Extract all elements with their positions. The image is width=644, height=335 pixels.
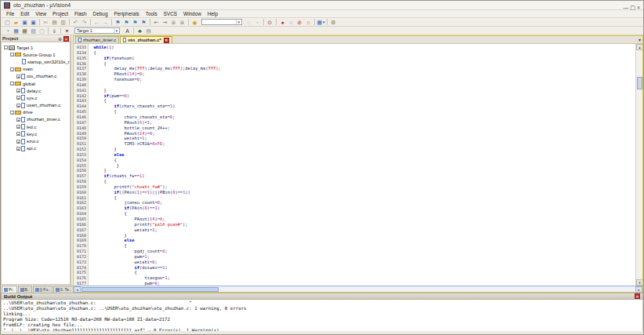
scroll-left-icon[interactable]: ◄ bbox=[74, 286, 81, 293]
panel-tab-templates[interactable]: 0. Te.. bbox=[53, 286, 74, 293]
disable-breakpoint-icon[interactable]: ○ bbox=[287, 19, 295, 26]
pack-installer-icon[interactable]: ▤ bbox=[144, 27, 153, 35]
expand-icon[interactable]: + bbox=[16, 125, 20, 129]
code-editor[interactable]: while(1) { if(fanshuan) { delay_ms(???);… bbox=[89, 44, 635, 286]
minimize-button[interactable]: — bbox=[623, 5, 628, 10]
collapse-icon[interactable]: - bbox=[4, 46, 8, 49]
menu-edit[interactable]: Edit bbox=[17, 11, 32, 16]
close-button[interactable]: × bbox=[637, 5, 640, 10]
collapse-icon[interactable]: - bbox=[10, 82, 14, 86]
build-output-close-icon[interactable]: × bbox=[635, 293, 640, 299]
save-all-icon[interactable]: ▣ bbox=[29, 19, 38, 26]
indent-icon[interactable]: ⇥ bbox=[161, 19, 169, 26]
navigate-forward-icon[interactable]: → bbox=[101, 19, 110, 26]
expand-icon[interactable]: + bbox=[16, 132, 20, 136]
tree-item-main[interactable]: -main bbox=[2, 66, 70, 73]
navigate-back-icon[interactable]: ← bbox=[92, 19, 101, 26]
new-file-icon[interactable]: ▢ bbox=[3, 19, 12, 26]
toggle-bookmark-icon[interactable]: ⚑ bbox=[114, 19, 122, 26]
tree-item-led-c[interactable]: +led.c bbox=[2, 123, 70, 130]
panel-tab-books[interactable]: B.. bbox=[18, 286, 32, 293]
batch-build-icon[interactable]: ▧ bbox=[29, 27, 38, 35]
find-next-icon[interactable]: ◌ bbox=[244, 19, 253, 26]
menu-project[interactable]: Project bbox=[49, 11, 71, 16]
menu-debug[interactable]: Debug bbox=[90, 11, 111, 16]
tree-item-source-group-1[interactable]: -Source Group 1 bbox=[2, 51, 70, 58]
translate-file-icon[interactable]: ◔ bbox=[3, 27, 12, 35]
clear-bookmarks-icon[interactable]: ⚑ bbox=[139, 19, 148, 26]
save-icon[interactable]: ▣ bbox=[20, 19, 29, 26]
comment-icon[interactable]: ≣ bbox=[169, 19, 178, 26]
options-for-target-icon[interactable]: ✶ bbox=[63, 27, 71, 35]
menu-file[interactable]: File bbox=[3, 11, 17, 16]
tree-item-startup-stm32f10x-r[interactable]: startup_stm32f10x_r bbox=[2, 58, 70, 65]
horizontal-scroll-thumb[interactable] bbox=[81, 287, 219, 292]
edit-components-icon[interactable]: A bbox=[123, 27, 132, 35]
panel-tab-functions[interactable]: {} Fu.. bbox=[33, 286, 52, 293]
tree-item-target-1[interactable]: -Target 1 bbox=[2, 44, 70, 51]
panel-tab-project[interactable]: Pr.. bbox=[2, 286, 17, 293]
uncomment-icon[interactable]: ≣ bbox=[178, 19, 186, 26]
download-flash-icon[interactable]: ⇓ bbox=[50, 27, 59, 35]
expand-icon[interactable]: + bbox=[16, 89, 20, 93]
incremental-find-icon[interactable]: ◦ bbox=[253, 19, 262, 26]
scroll-right-icon[interactable]: ► bbox=[635, 286, 642, 293]
find-icon[interactable]: ⊙ bbox=[266, 19, 274, 26]
target-select[interactable]: Target 1▾ bbox=[74, 27, 120, 34]
tree-item-key-c[interactable]: +key.c bbox=[2, 130, 70, 137]
pin-icon[interactable]: ⊕ bbox=[58, 36, 62, 42]
find-in-files-icon[interactable]: ◉ bbox=[190, 19, 199, 26]
document-tab-oto-zhuzhan-c-[interactable]: oto_zhuzhan.c*× bbox=[120, 36, 172, 43]
tree-item-drive[interactable]: -drive bbox=[2, 109, 70, 116]
menu-flash[interactable]: Flash bbox=[71, 11, 90, 16]
next-bookmark-icon[interactable]: ⚑ bbox=[131, 19, 139, 26]
collapse-icon[interactable]: - bbox=[10, 67, 14, 71]
scroll-up-icon[interactable]: ▲ bbox=[636, 44, 642, 50]
unindent-icon[interactable]: ⇤ bbox=[152, 19, 161, 26]
menu-tools[interactable]: Tools bbox=[143, 11, 161, 16]
paste-icon[interactable]: ▥ bbox=[59, 19, 67, 26]
copy-icon[interactable]: ▤ bbox=[50, 19, 59, 26]
tree-item-usart-zhuzhan-c[interactable]: +usart_zhuzhan.c bbox=[2, 102, 70, 109]
expand-icon[interactable]: + bbox=[16, 104, 20, 107]
tree-item-delay-c[interactable]: +delay.c bbox=[2, 87, 70, 94]
scroll-down-icon[interactable]: ▼ bbox=[636, 279, 642, 286]
tree-item-spi-c[interactable]: +spi.c bbox=[2, 145, 70, 152]
tab-list-dropdown-icon[interactable]: ▾ bbox=[639, 37, 641, 42]
expand-icon[interactable]: + bbox=[16, 96, 20, 100]
horizontal-scrollbar[interactable]: ◄ ► bbox=[74, 286, 642, 292]
debug-windows-icon[interactable]: ▦▾ bbox=[317, 19, 325, 26]
collapse-icon[interactable]: - bbox=[10, 111, 14, 115]
cut-icon[interactable]: ✂ bbox=[42, 19, 50, 26]
kill-all-breakpoints-icon[interactable]: ⊘ bbox=[295, 19, 304, 26]
tree-item-global[interactable]: -global bbox=[2, 80, 70, 87]
tree-item-zhuzhan-timer-c[interactable]: +zhuzhan_timer.c bbox=[2, 116, 70, 123]
menu-help[interactable]: Help bbox=[204, 11, 221, 16]
menu-window[interactable]: Window bbox=[180, 11, 204, 16]
stop-build-icon[interactable]: ▢ bbox=[38, 27, 46, 35]
menu-svcs[interactable]: SVCS bbox=[161, 11, 180, 16]
vertical-scroll-thumb[interactable] bbox=[637, 77, 642, 89]
menu-peripherals[interactable]: Peripherals bbox=[110, 11, 142, 16]
menu-view[interactable]: View bbox=[32, 11, 49, 16]
build-icon[interactable]: ▦ bbox=[12, 27, 20, 35]
expand-icon[interactable]: + bbox=[16, 118, 20, 122]
rebuild-all-icon[interactable]: ▦ bbox=[20, 27, 29, 35]
redo-icon[interactable]: ↷ bbox=[80, 19, 89, 26]
expand-icon[interactable]: + bbox=[16, 75, 20, 78]
debug-session-icon[interactable]: ⌂ bbox=[304, 19, 313, 26]
tree-item-oto-zhuzhan-c[interactable]: +oto_zhuzhan.c bbox=[2, 73, 70, 80]
tab-close-icon[interactable]: × bbox=[164, 38, 169, 43]
prev-bookmark-icon[interactable]: ⚑ bbox=[122, 19, 131, 26]
project-panel-close-icon[interactable]: × bbox=[63, 36, 69, 42]
debug-target-icon[interactable]: ♣ bbox=[136, 27, 144, 35]
collapse-icon[interactable]: - bbox=[10, 53, 14, 56]
restore-button[interactable]: ▢ bbox=[630, 5, 635, 10]
search-combo[interactable]: ▾ bbox=[201, 19, 242, 25]
undo-icon[interactable]: ↶ bbox=[71, 19, 80, 26]
expand-icon[interactable]: + bbox=[16, 140, 20, 144]
tree-item-ezui-c[interactable]: +ezui.c bbox=[2, 137, 70, 144]
expand-icon[interactable]: + bbox=[16, 147, 20, 151]
document-tab-zhuzhan-timer-c[interactable]: zhuzhan_timer.c bbox=[75, 36, 119, 43]
tree-item-sys-c[interactable]: +sys.c bbox=[2, 94, 70, 101]
